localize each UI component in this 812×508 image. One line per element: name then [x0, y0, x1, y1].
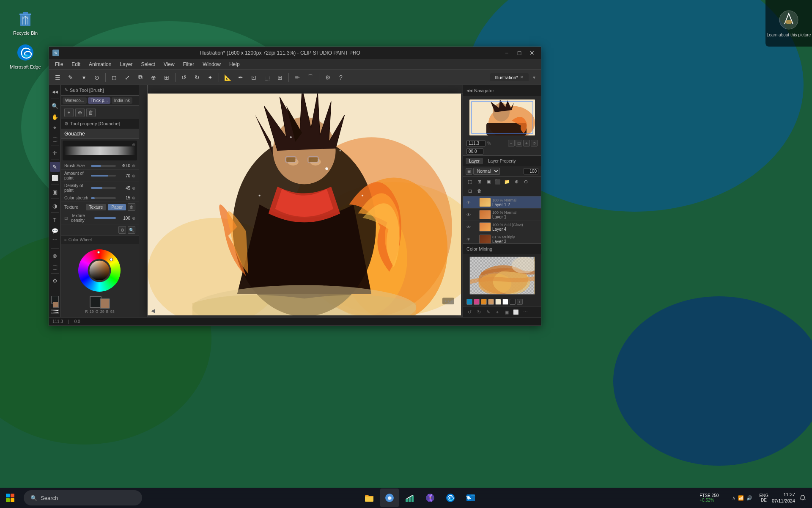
- layer-tool-new-fill[interactable]: ▣: [484, 177, 493, 186]
- background-color[interactable]: [53, 302, 59, 308]
- blend-mode-select[interactable]: Normal: [473, 168, 500, 175]
- taskbar-app-stats[interactable]: [401, 489, 419, 507]
- layer-tool-delete[interactable]: 🗑: [475, 187, 483, 195]
- mix-fill-btn[interactable]: ▣: [503, 308, 510, 316]
- chevron-icon[interactable]: ∧: [732, 495, 735, 501]
- tool-zoom[interactable]: 🔍: [50, 101, 60, 111]
- tool-curve[interactable]: ⌒: [50, 237, 60, 247]
- mix-clear-btn[interactable]: ⬜: [512, 308, 520, 316]
- taskbar-app-explorer[interactable]: [360, 489, 379, 507]
- taskbar-app-csp[interactable]: [380, 489, 399, 507]
- density-paint-slider[interactable]: [91, 187, 116, 189]
- layer-tool-new-frame[interactable]: ⬛: [494, 177, 502, 186]
- layer-item-1[interactable]: 👁 100 % Normal Layer 1: [463, 209, 541, 221]
- texture-delete-btn[interactable]: 🗑: [128, 203, 135, 211]
- mix-swatch-2[interactable]: [481, 299, 487, 305]
- tool-select[interactable]: ⬚: [50, 134, 60, 144]
- toolbar-warp-btn[interactable]: ⊞: [161, 72, 173, 83]
- nav-zoom-input[interactable]: [466, 140, 486, 146]
- layer-item-3[interactable]: 👁 61 % Multiply Layer 3: [463, 233, 541, 243]
- menu-animation[interactable]: Animation: [85, 61, 115, 68]
- canvas-area[interactable]: ◀ • • •: [139, 85, 463, 317]
- menu-window[interactable]: Window: [198, 61, 225, 68]
- layer-tool-new-vector[interactable]: ⊞: [475, 177, 483, 186]
- tool-expand-left[interactable]: ◀◀: [50, 87, 60, 97]
- layer-vis-1[interactable]: 👁: [466, 212, 472, 218]
- copy-brush-btn[interactable]: ⊕: [75, 108, 85, 117]
- mix-brush-btn[interactable]: ✎: [484, 308, 492, 316]
- toolbar-stamp-btn[interactable]: ⊙: [91, 72, 103, 83]
- taskbar-app-outlook[interactable]: [461, 489, 480, 507]
- toolbar-help-btn[interactable]: ?: [335, 72, 347, 83]
- color-stretch-slider[interactable]: [91, 197, 116, 199]
- nav-zoom-out-btn[interactable]: −: [508, 140, 515, 146]
- toolbar-layer-btn[interactable]: ⧉: [134, 72, 146, 83]
- canvas-tab-illustration[interactable]: Illustration* ✕: [490, 73, 529, 81]
- tool-frame[interactable]: ⬚: [50, 262, 60, 272]
- navigator-preview[interactable]: [469, 99, 535, 135]
- layer-vis-2[interactable]: 👁: [466, 224, 472, 230]
- nav-fit-btn[interactable]: ⊡: [516, 140, 522, 146]
- toolbar-crop-btn[interactable]: ⊕: [148, 72, 159, 83]
- toolbar-3d-btn[interactable]: ⚙: [322, 72, 334, 83]
- mix-swatch-1[interactable]: [474, 299, 480, 305]
- toolbar-interpolate-btn[interactable]: ✦: [204, 72, 216, 83]
- texture-density-slider[interactable]: [94, 217, 116, 219]
- layer-tool-3d[interactable]: ⊙: [521, 177, 530, 186]
- layer-tool-new-raster[interactable]: ⬚: [466, 177, 474, 186]
- toolbar-move-btn[interactable]: ⤢: [121, 72, 133, 83]
- opacity-input[interactable]: [524, 168, 538, 174]
- menu-edit[interactable]: Edit: [67, 61, 85, 68]
- mix-swatch-6[interactable]: [510, 299, 516, 305]
- layer-folder-btn[interactable]: ▣: [466, 168, 472, 175]
- start-button[interactable]: [0, 488, 20, 508]
- toolbar-pen2-btn[interactable]: ✏: [291, 72, 303, 83]
- mix-add-btn[interactable]: +: [517, 299, 523, 305]
- menu-layer[interactable]: Layer: [115, 61, 137, 68]
- black-white-strip[interactable]: [51, 312, 59, 314]
- tool-move[interactable]: ✛: [50, 148, 60, 158]
- toolbar-dropdown[interactable]: ▾: [78, 72, 90, 83]
- taskbar-clock[interactable]: 11:37 07/11/2024: [772, 491, 795, 505]
- mix-swatch-3[interactable]: [488, 299, 494, 305]
- close-button[interactable]: ✕: [527, 49, 538, 57]
- color-stretch-spinner[interactable]: ⊕: [132, 196, 135, 200]
- transparency-strip[interactable]: [51, 309, 59, 311]
- layer-vis-3[interactable]: 👁: [466, 236, 472, 242]
- taskbar-app-edge[interactable]: [441, 489, 460, 507]
- toolbar-pen-btn[interactable]: ✒: [235, 72, 247, 83]
- menu-filter[interactable]: Filter: [179, 61, 199, 68]
- mix-redo-btn[interactable]: ↻: [475, 308, 483, 316]
- menu-view[interactable]: View: [159, 61, 179, 68]
- tp-settings-btn[interactable]: ⚙: [118, 226, 126, 234]
- amount-paint-spinner[interactable]: ⊕: [132, 174, 135, 178]
- network-icon[interactable]: 📶: [738, 495, 744, 501]
- tab-expand-btn[interactable]: ▾: [530, 73, 538, 82]
- toolbar-ruler-btn[interactable]: 📐: [222, 72, 233, 83]
- texture-density-spinner[interactable]: ⊕: [132, 216, 135, 221]
- layer-item-0[interactable]: 👁 100 % Normal Layer 1 2: [463, 196, 541, 209]
- color-wheel[interactable]: [78, 249, 121, 292]
- tool-hand[interactable]: ✋: [50, 112, 60, 122]
- texture-btn2[interactable]: Paper: [108, 204, 126, 210]
- nav-zoom-in-btn[interactable]: +: [523, 140, 530, 146]
- layer-tab-layer[interactable]: Layer: [466, 158, 483, 164]
- mix-undo-btn[interactable]: ↺: [466, 308, 473, 316]
- volume-icon[interactable]: 🔊: [746, 495, 752, 501]
- toolbar-select-btn[interactable]: ◻: [108, 72, 120, 83]
- sub-tab-thick[interactable]: Thick p...: [88, 97, 110, 104]
- tool-gradient[interactable]: ◑: [50, 201, 60, 211]
- minimize-button[interactable]: −: [501, 49, 512, 57]
- layer-tab-property[interactable]: Layer Property: [485, 158, 519, 164]
- layer-tool-merge[interactable]: ⊕: [512, 177, 521, 186]
- toolbar-curved-btn[interactable]: ⌒: [304, 72, 316, 83]
- nav-position-input[interactable]: [466, 148, 483, 155]
- nav-rotate-btn[interactable]: ↺: [531, 140, 538, 146]
- tool-brush[interactable]: ✎: [50, 162, 60, 172]
- layer-item-2[interactable]: 👁 100 % Add (Glow) Layer 4: [463, 221, 541, 233]
- toolbar-frame-btn[interactable]: ⬚: [261, 72, 273, 83]
- color-mixing-preview[interactable]: [469, 257, 535, 295]
- tp-expand-btn[interactable]: ⊕: [132, 142, 135, 147]
- layer-vis-0[interactable]: 👁: [466, 199, 472, 205]
- tool-3d[interactable]: ⚙: [50, 276, 60, 286]
